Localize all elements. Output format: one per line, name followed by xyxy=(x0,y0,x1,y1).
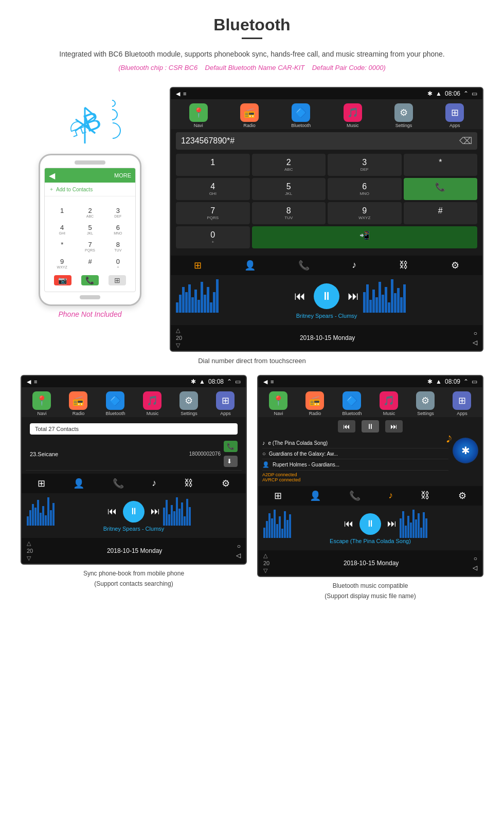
nav-music[interactable]: 🎵 Music xyxy=(344,103,362,128)
statusbar-menu: ≡ xyxy=(183,91,186,97)
save-contact-btn[interactable]: ⬇ xyxy=(224,456,238,467)
phone-key-6[interactable]: 6MNO xyxy=(105,222,131,237)
phone-key-9[interactable]: 9WXYZ xyxy=(49,256,75,271)
ms-back[interactable]: ◀ xyxy=(263,379,267,385)
pb-func-contacts[interactable]: 👤 xyxy=(73,478,84,489)
ms-track-list: ♪ e (The Pina Colada Song) ○ Guardians o… xyxy=(258,436,482,486)
music-label: Music xyxy=(347,123,359,128)
phone-key-8[interactable]: 8TUV xyxy=(105,239,131,254)
dialpad-key-1[interactable]: 1 xyxy=(176,154,250,176)
car-func-row: ⊞ 👤 📞 ♪ ⛓ ⚙ xyxy=(171,256,482,275)
track-item-3[interactable]: 👤 Rupert Holmes - Guardians... xyxy=(262,459,448,471)
phone-home-btn[interactable] xyxy=(80,295,100,299)
nav-radio[interactable]: 📻 Radio xyxy=(240,103,259,128)
music-icon: 🎵 xyxy=(344,103,362,122)
func-settings-icon[interactable]: ⚙ xyxy=(451,260,459,271)
nav-apps[interactable]: ⊞ Apps xyxy=(445,103,464,128)
ms-next-btn[interactable]: ⏭ xyxy=(385,420,403,433)
phone-col: ⍾B xyxy=(21,87,159,318)
dialpad-key-2[interactable]: 2ABC xyxy=(252,154,326,176)
dialpad-key-5[interactable]: 5JKL xyxy=(252,178,326,200)
ms-func-music[interactable]: ♪ xyxy=(388,490,393,501)
ms-prev[interactable]: ⏮ xyxy=(344,518,353,529)
dialpad-delete-btn[interactable]: ⌫ xyxy=(459,135,472,147)
phone-key-4[interactable]: 4GHI xyxy=(49,222,75,237)
pb-func-music[interactable]: ♪ xyxy=(152,478,156,489)
track-item-1[interactable]: ♪ e (The Pina Colada Song) xyxy=(262,438,448,448)
pb-func-call[interactable]: 📞 xyxy=(113,478,124,489)
pb-func-link[interactable]: ⛓ xyxy=(184,478,193,489)
ms-play[interactable]: ⏸ xyxy=(359,513,381,535)
phone-key-0[interactable]: 0+ xyxy=(105,256,131,271)
phone-key-2[interactable]: 2ABC xyxy=(77,205,103,220)
dialpad-key-0[interactable]: 0+ xyxy=(176,226,250,248)
phone-key-5[interactable]: 5JKL xyxy=(77,222,103,237)
triangle-back-btn[interactable]: ◁ xyxy=(473,339,477,346)
phone-key-3[interactable]: 3DEF xyxy=(105,205,131,220)
caption-top: Dial number direct from touchscreen xyxy=(21,357,483,365)
ms-prev-btn[interactable]: ⏮ xyxy=(338,420,355,433)
contacts-search[interactable]: Total 27 Contacts xyxy=(30,423,238,435)
pb-next[interactable]: ⏭ xyxy=(151,506,160,517)
down-arrow[interactable]: ▽ xyxy=(176,342,180,349)
pb-func-dialpad[interactable]: ⊞ xyxy=(38,478,45,489)
pb-play[interactable]: ⏸ xyxy=(123,501,145,523)
dialpad-key-6[interactable]: 6MNO xyxy=(328,178,402,200)
dialpad-key-7[interactable]: 7PQRS xyxy=(176,202,250,224)
svg-line-1 xyxy=(85,107,95,116)
circle-btn[interactable]: ○ xyxy=(474,330,477,337)
phone-key-star[interactable]: * xyxy=(49,239,75,254)
back-icon[interactable]: ◀ xyxy=(176,91,180,97)
nav-controls-right: ○ ◁ xyxy=(473,330,477,346)
func-contacts-icon[interactable]: 👤 xyxy=(244,260,256,271)
func-link-icon[interactable]: ⛓ xyxy=(399,260,408,271)
contact-name: 23.Seicane xyxy=(30,451,189,457)
pb-prev[interactable]: ⏮ xyxy=(107,506,117,517)
phonebook-screen: ◀ ≡ ✱ ▲ 08:08 ⌃ ▭ 📍Navi 📻Radio 🔷Blu xyxy=(21,375,247,565)
pb-func-settings[interactable]: ⚙ xyxy=(222,478,230,489)
func-call-icon[interactable]: 📞 xyxy=(298,260,310,271)
call-contact-btn[interactable]: 📞 xyxy=(224,441,238,452)
ms-play-btn[interactable]: ⏸ xyxy=(362,420,379,433)
ms-func-dialpad[interactable]: ⊞ xyxy=(274,490,282,501)
func-dialpad-icon[interactable]: ⊞ xyxy=(194,260,202,271)
phonebook-col: ◀ ≡ ✱ ▲ 08:08 ⌃ ▭ 📍Navi 📻Radio 🔷Blu xyxy=(21,375,247,601)
phone-key-hash[interactable]: # xyxy=(77,256,103,271)
ms-func-call[interactable]: 📞 xyxy=(349,490,361,501)
visualizer-right xyxy=(363,279,477,313)
nav-navi[interactable]: 📍 Navi xyxy=(189,103,208,128)
ms-func-contacts[interactable]: 👤 xyxy=(310,490,321,501)
dialpad-key-9[interactable]: 9WXYZ xyxy=(328,202,402,224)
phone-keys: 1 2ABC 3DEF 4GHI 5JKL 6MNO * 7PQRS 8TUV … xyxy=(49,205,131,271)
ms-next[interactable]: ⏭ xyxy=(387,518,397,529)
nav-bluetooth[interactable]: 🔷 Bluetooth xyxy=(291,103,311,128)
car-date-row: △ 20 ▽ 2018-10-15 Monday ○ ◁ xyxy=(171,325,482,351)
prev-btn[interactable]: ⏮ xyxy=(294,290,305,303)
phone-key-7[interactable]: 7PQRS xyxy=(77,239,103,254)
up-arrow[interactable]: △ xyxy=(176,327,180,334)
phone-msg-btn[interactable]: ⊞ xyxy=(109,275,126,285)
dialpad-key-star[interactable]: * xyxy=(404,154,478,176)
play-pause-btn[interactable]: ⏸ xyxy=(314,283,339,309)
func-music-icon[interactable]: ♪ xyxy=(352,260,356,271)
dialpad-key-hash[interactable]: # xyxy=(404,202,478,224)
phone-key-1[interactable]: 1 xyxy=(49,205,75,220)
phone-end-btn[interactable]: 📷 xyxy=(54,275,71,285)
next-btn[interactable]: ⏭ xyxy=(348,290,359,303)
ms-track-name: Escape (The Pina Colada Song) xyxy=(263,538,477,544)
dialpad-key-4[interactable]: 4GHI xyxy=(176,178,250,200)
page-title: Bluetooth xyxy=(21,15,483,34)
phone-call-btn[interactable]: 📞 xyxy=(81,275,99,285)
track-item-2[interactable]: ○ Guardians of the Galaxy: Aw... xyxy=(262,448,448,459)
pb-back[interactable]: ◀ xyxy=(27,379,31,385)
ms-date-row: △ 20 ▽ 2018-10-15 Monday ○ ◁ xyxy=(258,550,482,576)
ms-func-link[interactable]: ⛓ xyxy=(421,490,430,501)
track-name-1: e (The Pina Colada Song) xyxy=(268,440,449,446)
dialpad-key-8[interactable]: 8TUV xyxy=(252,202,326,224)
nav-settings[interactable]: ⚙ Settings xyxy=(394,103,413,128)
ms-func-settings[interactable]: ⚙ xyxy=(458,490,466,501)
dialpad-key-endcall[interactable]: 📲 xyxy=(252,226,478,248)
contact-btns: 📞 ⬇ xyxy=(224,441,238,467)
dialpad-key-3[interactable]: 3DEF xyxy=(328,154,402,176)
dialpad-key-call[interactable]: 📞 xyxy=(404,178,478,200)
